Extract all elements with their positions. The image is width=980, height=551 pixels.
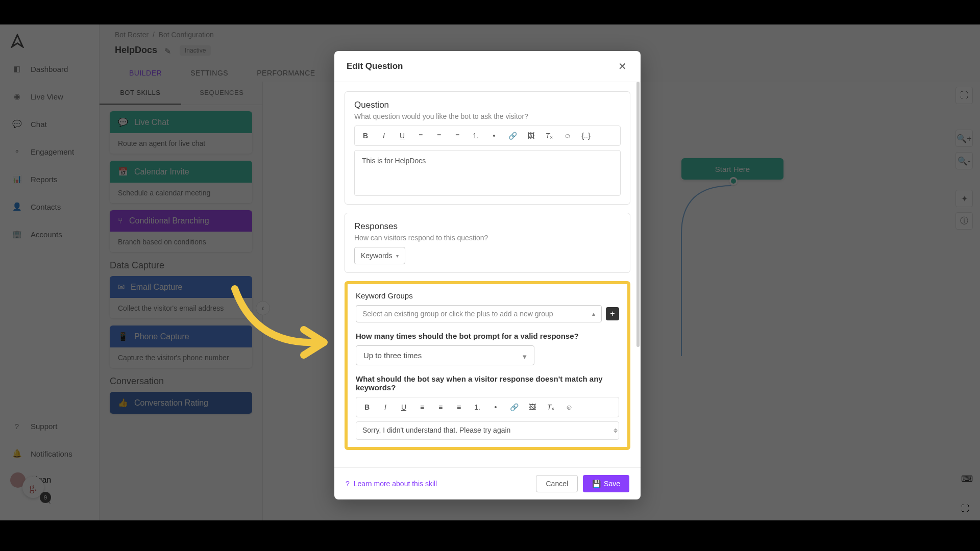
align-left-icon[interactable]: ≡	[412, 128, 429, 143]
help-icon: ?	[346, 480, 350, 488]
add-keyword-group[interactable]: +	[606, 307, 619, 320]
save-button[interactable]: 💾Save	[583, 475, 629, 492]
fallback-toolbar: B I U ≡ ≡ ≡ 1. • 🔗 🖼 Tₓ ☺	[356, 397, 619, 417]
emoji-icon[interactable]: ☺	[560, 399, 578, 415]
question-toolbar: B I U ≡ ≡ ≡ 1. • 🔗 🖼 Tₓ ☺ {..}	[354, 126, 621, 146]
list-ol-icon[interactable]: 1.	[469, 399, 486, 415]
emoji-icon[interactable]: ☺	[559, 128, 576, 143]
modal-title: Edit Question	[347, 61, 403, 71]
list-ol-icon[interactable]: 1.	[467, 128, 484, 143]
link-icon[interactable]: 🔗	[505, 399, 523, 415]
responses-dropdown[interactable]: Keywords	[354, 247, 405, 264]
responses-sub: How can visitors respond to this questio…	[354, 234, 621, 242]
variable-icon[interactable]: {..}	[577, 128, 595, 143]
bold-icon[interactable]: B	[357, 128, 374, 143]
align-right-icon[interactable]: ≡	[450, 399, 468, 415]
italic-icon[interactable]: I	[377, 399, 394, 415]
responses-section: Responses How can visitors respond to th…	[345, 213, 630, 273]
bold-icon[interactable]: B	[358, 399, 376, 415]
fallback-editor[interactable]: Sorry, I didn't understand that. Please …	[356, 421, 619, 440]
learn-more-link[interactable]: ?Learn more about this skill	[346, 480, 437, 488]
align-right-icon[interactable]: ≡	[449, 128, 466, 143]
clear-format-icon[interactable]: Tₓ	[541, 128, 558, 143]
align-center-icon[interactable]: ≡	[430, 128, 448, 143]
clear-format-icon[interactable]: Tₓ	[542, 399, 559, 415]
keyword-groups-label: Keyword Groups	[356, 291, 619, 300]
underline-icon[interactable]: U	[395, 399, 412, 415]
resize-handle[interactable]	[614, 429, 618, 433]
align-left-icon[interactable]: ≡	[413, 399, 431, 415]
list-ul-icon[interactable]: •	[487, 399, 504, 415]
question-section: Question What question would you like th…	[345, 91, 630, 205]
fallback-question: What should the bot say when a visitor r…	[356, 374, 619, 392]
scrollbar[interactable]	[636, 82, 640, 347]
close-icon[interactable]: ✕	[616, 60, 628, 72]
question-label: Question	[354, 100, 621, 110]
image-icon[interactable]: 🖼	[522, 128, 540, 143]
prompt-times-select[interactable]: Up to three times	[356, 345, 534, 365]
cancel-button[interactable]: Cancel	[536, 475, 578, 492]
prompt-question: How many times should the bot prompt for…	[356, 332, 619, 340]
save-icon: 💾	[592, 480, 601, 488]
keyword-groups-section: Keyword Groups Select an existing group …	[345, 281, 630, 450]
question-sub: What question would you like the bot to …	[354, 112, 621, 120]
keyword-groups-select[interactable]: Select an existing group or click the pl…	[356, 305, 602, 322]
question-editor[interactable]: This is for HelpDocs	[354, 150, 621, 196]
align-center-icon[interactable]: ≡	[432, 399, 449, 415]
list-ul-icon[interactable]: •	[485, 128, 503, 143]
responses-label: Responses	[354, 221, 621, 232]
underline-icon[interactable]: U	[394, 128, 411, 143]
edit-question-modal: Edit Question ✕ Question What question w…	[334, 51, 641, 499]
italic-icon[interactable]: I	[375, 128, 393, 143]
link-icon[interactable]: 🔗	[504, 128, 521, 143]
image-icon[interactable]: 🖼	[524, 399, 541, 415]
